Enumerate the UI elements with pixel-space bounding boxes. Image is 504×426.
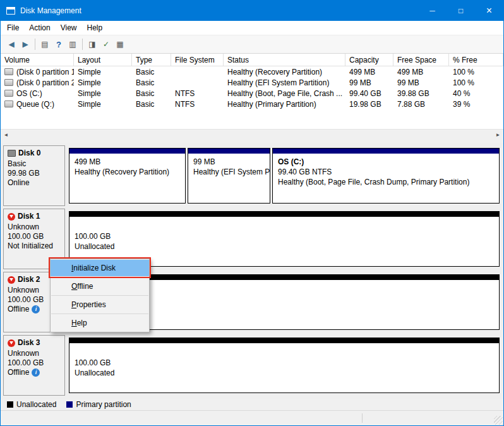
volume-layout: Simple: [74, 99, 132, 109]
volume-layout: Simple: [74, 66, 132, 77]
legend-unallocated: Unallocated: [7, 400, 56, 409]
volume-type: Basic: [132, 66, 171, 77]
info-icon[interactable]: [32, 305, 40, 313]
partition-size: 99 MB: [193, 157, 265, 167]
volume-percent-free: 100 %: [449, 66, 503, 77]
column-header-status[interactable]: Status: [224, 54, 345, 66]
disk-row-0: Disk 0 Basic 99.98 GB Online 499 MB Heal…: [3, 145, 501, 206]
volume-capacity: 99 MB: [345, 77, 393, 88]
disk-status: Offline: [8, 368, 29, 377]
partition-type-strip: [69, 212, 499, 217]
legend-label: Unallocated: [16, 400, 56, 409]
volume-list: Volume Layout Type File System Status Ca…: [1, 54, 503, 129]
volume-free-space: 499 MB: [393, 66, 449, 77]
menu-item-initialize-disk[interactable]: Initialize Disk: [51, 260, 149, 276]
forward-icon[interactable]: ▶: [18, 37, 32, 51]
legend: Unallocated Primary partition: [1, 399, 503, 410]
partition-os-c[interactable]: OS (C:) 99.40 GB NTFS Healthy (Boot, Pag…: [272, 148, 500, 204]
show-action-pane-icon[interactable]: ◨: [85, 37, 99, 51]
statusbar-separator: [362, 413, 363, 423]
volume-name: Queue (Q:): [16, 100, 54, 109]
partition-type-strip: [69, 149, 185, 154]
volume-free-space: 99 MB: [393, 77, 449, 88]
volume-capacity: 499 MB: [345, 66, 393, 77]
volume-status: Healthy (Boot, Page File, Crash ...: [224, 88, 345, 99]
disk0-label[interactable]: Disk 0 Basic 99.98 GB Online: [3, 145, 65, 206]
volume-name: (Disk 0 partition 2): [16, 78, 74, 87]
volume-capacity: 19.98 GB: [345, 99, 393, 109]
volume-name: (Disk 0 partition 1): [16, 68, 74, 76]
volume-row-os-c[interactable]: OS (C:) Simple Basic NTFS Healthy (Boot,…: [1, 88, 503, 99]
partition-efi[interactable]: 99 MB Healthy (EFI System Pa: [188, 148, 270, 204]
show-console-tree-icon[interactable]: ▤: [38, 37, 52, 51]
horizontal-scrollbar[interactable]: ◄ ►: [1, 129, 503, 140]
menu-item-help[interactable]: Help: [51, 315, 149, 331]
volume-row-disk0-partition1[interactable]: (Disk 0 partition 1) Simple Basic Health…: [1, 66, 503, 77]
volume-name: OS (C:): [16, 89, 42, 98]
volume-status: Healthy (Primary Partition): [224, 99, 345, 109]
disk-name: Disk 0: [18, 149, 40, 158]
column-header-layout[interactable]: Layout: [74, 54, 132, 66]
legend-swatch-unallocated: [7, 401, 13, 408]
disk-size: 100.00 GB: [8, 232, 61, 241]
close-button[interactable]: ×: [475, 1, 503, 21]
disk-icon: [8, 150, 16, 157]
scroll-right-icon[interactable]: ►: [493, 130, 503, 140]
column-header-volume[interactable]: Volume: [1, 54, 74, 66]
volume-row-queue-q[interactable]: Queue (Q:) Simple Basic NTFS Healthy (Pr…: [1, 99, 503, 109]
titlebar[interactable]: Disk Management ─ □ ×: [1, 1, 503, 21]
disk-type: Unknown: [8, 349, 61, 358]
volume-layout: Simple: [74, 88, 132, 99]
volume-free-space: 7.88 GB: [393, 99, 449, 109]
scrollbar-track[interactable]: [11, 130, 493, 140]
context-menu: Initialize Disk Offline Properties Help: [50, 259, 150, 332]
properties-icon[interactable]: ▦: [113, 37, 127, 51]
maximize-button[interactable]: □: [447, 1, 475, 21]
column-header-file-system[interactable]: File System: [171, 54, 224, 66]
info-icon[interactable]: [32, 368, 40, 377]
minimize-button[interactable]: ─: [418, 1, 447, 21]
partition-status: Healthy (EFI System Pa: [193, 167, 265, 177]
menu-action[interactable]: Action: [24, 21, 55, 34]
column-header-type[interactable]: Type: [132, 54, 171, 66]
partition-type-strip: [273, 149, 499, 154]
help-icon[interactable]: ?: [52, 37, 66, 51]
menu-view[interactable]: View: [56, 21, 82, 34]
statusbar: [1, 410, 503, 425]
volume-row-disk0-partition2[interactable]: (Disk 0 partition 2) Simple Basic Health…: [1, 77, 503, 88]
menu-item-properties[interactable]: Properties: [51, 296, 149, 313]
toolbar: ◀ ▶ ▤ ? ▥ ◨ ✓ ▦: [1, 35, 503, 54]
column-header-percent-free[interactable]: % Free: [449, 54, 503, 66]
column-header-free-space[interactable]: Free Space: [393, 54, 449, 66]
scroll-left-icon[interactable]: ◄: [1, 130, 11, 140]
legend-swatch-primary: [66, 401, 73, 408]
volume-file-system: NTFS: [171, 88, 224, 99]
volume-file-system: [171, 77, 224, 88]
partition-status: Healthy (Recovery Partition): [75, 167, 180, 177]
disk-name: Disk 3: [18, 338, 40, 348]
checkmark-icon[interactable]: ✓: [99, 37, 113, 51]
menu-item-offline[interactable]: Offline: [51, 278, 149, 295]
volume-icon: [4, 90, 13, 97]
column-header-capacity[interactable]: Capacity: [345, 54, 393, 66]
menu-help[interactable]: Help: [82, 21, 108, 34]
partition-size: 100.00 GB: [75, 358, 494, 368]
volume-icon: [4, 68, 13, 75]
disk-status: Online: [8, 178, 61, 188]
partition-recovery[interactable]: 499 MB Healthy (Recovery Partition): [69, 148, 186, 204]
volume-icon: [4, 100, 13, 107]
volume-file-system: [171, 66, 224, 77]
disk3-label[interactable]: Disk 3 Unknown 100.00 GB Offline: [3, 335, 65, 396]
resize-grip[interactable]: [494, 416, 503, 425]
disk-error-icon: [8, 213, 15, 221]
disk-name: Disk 2: [18, 275, 40, 284]
partition-size: 499 MB: [75, 157, 180, 167]
partition-disk3-unallocated[interactable]: 100.00 GB Unallocated: [69, 338, 500, 393]
menu-file[interactable]: File: [2, 21, 24, 34]
disk-status: Offline: [8, 305, 29, 314]
back-icon[interactable]: ◀: [4, 37, 18, 51]
export-list-icon[interactable]: ▥: [66, 37, 80, 51]
disk-name: Disk 1: [18, 212, 40, 221]
disk-type: Basic: [8, 159, 61, 169]
volume-status: Healthy (EFI System Partition): [224, 77, 345, 88]
